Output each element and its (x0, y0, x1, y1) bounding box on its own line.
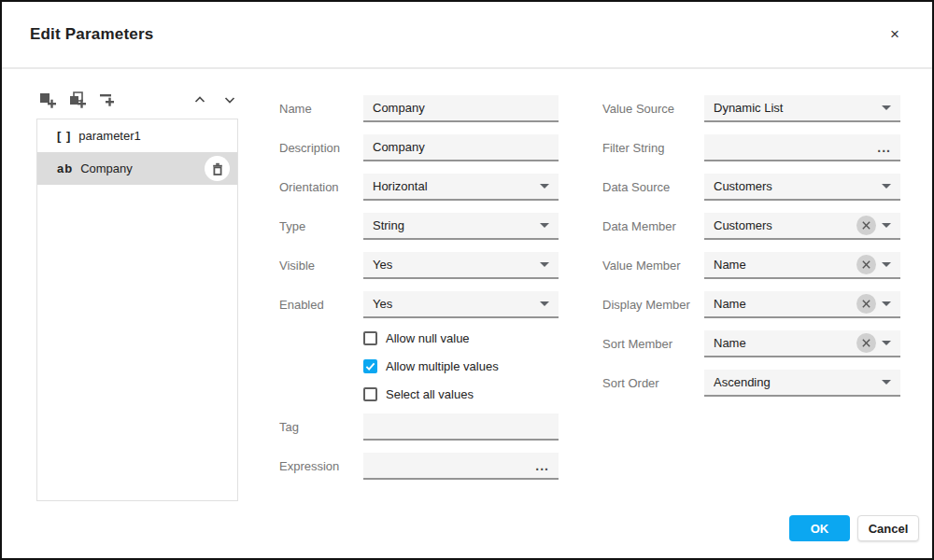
list-item-parameter1[interactable]: [ ] parameter1 (37, 119, 237, 152)
display-member-dropdown[interactable]: Name (704, 291, 900, 318)
parameters-list: [ ] parameter1 ab Company (36, 119, 238, 501)
parameter-name: parameter1 (78, 129, 140, 143)
delete-parameter-button[interactable] (205, 156, 230, 181)
chevron-down-icon (882, 341, 891, 345)
chevron-down-icon (882, 184, 891, 189)
data-source-value: Customers (714, 179, 876, 193)
type-label: Type (279, 213, 305, 240)
allow-null-value-checkbox[interactable]: Allow null value (363, 329, 470, 346)
close-icon[interactable]: × (884, 23, 906, 46)
checkbox-unchecked-icon (363, 387, 377, 401)
description-input[interactable]: Company (363, 134, 559, 161)
move-down-icon[interactable] (220, 91, 238, 109)
add-parameter-group-icon[interactable] (68, 91, 86, 109)
clear-icon[interactable] (856, 216, 876, 235)
chevron-down-icon (540, 184, 549, 189)
allow-multiple-values-checkbox[interactable]: Allow multiple values (363, 357, 499, 374)
sort-member-value: Name (714, 336, 853, 350)
dialog-header: Edit Parameters × (2, 2, 932, 69)
expression-ellipsis-button[interactable]: ... (535, 461, 549, 470)
chevron-down-icon (882, 380, 891, 385)
chevron-down-icon (540, 301, 549, 306)
chevron-down-icon (540, 223, 549, 228)
multivalue-type-icon: [ ] (57, 129, 71, 143)
name-value: Company (373, 101, 549, 115)
checkbox-label: Select all values (386, 387, 474, 401)
parameter-name: Company (80, 161, 133, 175)
parameters-toolbar (38, 90, 238, 110)
chevron-down-icon (882, 301, 891, 306)
filter-string-ellipsis-button[interactable]: ... (877, 143, 891, 152)
visible-dropdown[interactable]: Yes (363, 252, 559, 279)
sort-member-label: Sort Member (602, 330, 672, 357)
checkbox-checked-icon (363, 359, 377, 373)
type-value: String (373, 218, 534, 232)
clear-icon[interactable] (856, 333, 876, 353)
value-source-value: Dynamic List (714, 101, 876, 115)
move-up-icon[interactable] (191, 91, 208, 109)
orientation-value: Horizontal (373, 179, 534, 193)
enabled-label: Enabled (279, 291, 324, 318)
visible-label: Visible (279, 252, 315, 279)
add-separator-icon[interactable] (98, 91, 116, 109)
display-member-value: Name (714, 297, 853, 311)
tag-label: Tag (279, 413, 299, 441)
description-label: Description (279, 134, 340, 161)
expression-label: Expression (279, 453, 339, 480)
chevron-down-icon (882, 223, 891, 228)
sort-member-dropdown[interactable]: Name (704, 330, 900, 357)
dialog-title: Edit Parameters (30, 25, 153, 44)
description-value: Company (373, 140, 549, 154)
filter-string-label: Filter String (602, 134, 664, 161)
orientation-dropdown[interactable]: Horizontal (363, 174, 559, 201)
select-all-values-checkbox[interactable]: Select all values (363, 385, 474, 402)
sort-order-label: Sort Order (602, 370, 659, 397)
checkbox-unchecked-icon (363, 331, 377, 345)
chevron-down-icon (882, 105, 891, 110)
ok-button[interactable]: OK (789, 515, 850, 541)
data-member-label: Data Member (602, 213, 676, 240)
checkbox-label: Allow null value (386, 331, 470, 345)
cancel-button[interactable]: Cancel (857, 515, 919, 541)
type-dropdown[interactable]: String (363, 213, 559, 240)
chevron-down-icon (540, 262, 549, 267)
sort-order-value: Ascending (714, 375, 876, 389)
trash-icon (211, 162, 224, 175)
value-source-label: Value Source (602, 95, 674, 122)
chevron-down-icon (882, 262, 891, 267)
value-member-value: Name (714, 258, 853, 272)
value-member-label: Value Member (602, 252, 681, 279)
data-source-label: Data Source (602, 174, 670, 201)
filter-string-input[interactable]: ... (704, 134, 900, 161)
value-source-dropdown[interactable]: Dynamic List (704, 95, 900, 122)
display-member-label: Display Member (602, 291, 690, 318)
name-label: Name (279, 95, 312, 122)
list-item-company[interactable]: ab Company (37, 152, 237, 185)
string-type-icon: ab (57, 161, 73, 175)
orientation-label: Orientation (279, 174, 339, 201)
tag-input[interactable] (363, 413, 559, 441)
data-source-dropdown[interactable]: Customers (704, 174, 900, 201)
add-parameter-icon[interactable] (38, 91, 56, 109)
enabled-dropdown[interactable]: Yes (363, 291, 559, 318)
edit-parameters-dialog: Edit Parameters × [ ] parameter1 ab Comp… (0, 0, 934, 560)
clear-icon[interactable] (856, 255, 876, 274)
checkbox-label: Allow multiple values (386, 359, 499, 373)
data-member-value: Customers (714, 218, 853, 232)
data-member-dropdown[interactable]: Customers (704, 213, 900, 240)
value-member-dropdown[interactable]: Name (704, 252, 900, 279)
visible-value: Yes (373, 258, 534, 272)
enabled-value: Yes (373, 297, 534, 311)
expression-input[interactable]: ... (363, 453, 559, 480)
sort-order-dropdown[interactable]: Ascending (704, 370, 900, 397)
clear-icon[interactable] (856, 294, 876, 314)
name-input[interactable]: Company (363, 95, 559, 122)
